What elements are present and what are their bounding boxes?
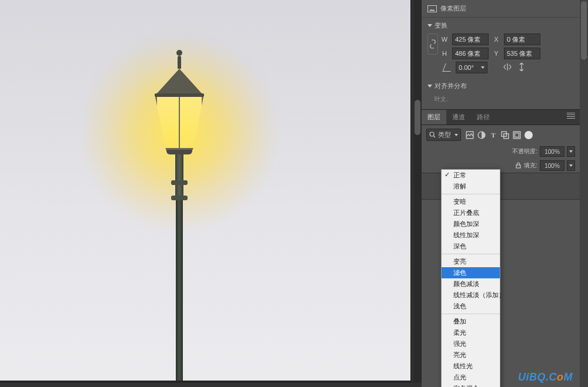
blend-mode-item[interactable]: 浅色 xyxy=(442,301,500,312)
transform-controls: W X H Y 0.00° xyxy=(422,33,580,78)
svg-rect-6 xyxy=(515,133,519,137)
blend-mode-item[interactable]: 柔光 xyxy=(442,327,500,338)
y-label: Y xyxy=(492,50,500,57)
angle-icon xyxy=(442,63,453,72)
canvas-vertical-scrollbar[interactable] xyxy=(413,0,422,383)
blend-mode-item[interactable]: 点光 xyxy=(442,372,500,383)
opacity-label: 不透明度: xyxy=(512,147,537,156)
align-title: 对齐并分布 xyxy=(435,82,467,90)
fill-value[interactable]: 100% xyxy=(540,160,564,171)
lock-all-icon[interactable] xyxy=(515,162,522,170)
x-input[interactable] xyxy=(504,33,540,45)
properties-panel: 像素图层 xyxy=(422,0,580,18)
pixel-layer-label: 像素图层 xyxy=(440,4,466,13)
blend-mode-item[interactable]: 深色 xyxy=(442,241,500,252)
height-label: H xyxy=(440,50,449,57)
blend-mode-item[interactable]: 线性减淡（添加） xyxy=(442,290,500,301)
blend-mode-item[interactable]: 溶解 xyxy=(442,181,500,192)
blend-mode-item[interactable]: 滤色 xyxy=(442,267,500,278)
blend-mode-item[interactable]: 线性加深 xyxy=(442,230,500,241)
layers-panel-tabs: 图层 通道 路径 xyxy=(422,109,580,125)
transform-section-header[interactable]: 变换 xyxy=(422,18,580,33)
height-input[interactable] xyxy=(452,48,489,59)
menu-separator xyxy=(442,254,500,254)
blend-mode-item[interactable]: 颜色减淡 xyxy=(442,278,500,290)
filter-shape-icon[interactable] xyxy=(501,131,509,139)
panel-vertical-scrollbar[interactable] xyxy=(580,0,588,387)
tab-layers[interactable]: 图层 xyxy=(422,110,446,124)
x-label: X xyxy=(492,36,500,43)
width-label: W xyxy=(440,36,449,43)
watermark: UiBQ.CoM xyxy=(518,371,573,383)
blend-mode-item[interactable]: 变亮 xyxy=(442,256,500,267)
document-canvas[interactable] xyxy=(0,0,410,381)
tab-channels[interactable]: 通道 xyxy=(446,110,471,124)
right-panel: 像素图层 变换 W X H xyxy=(422,0,588,387)
opacity-dropdown[interactable] xyxy=(567,146,575,157)
blend-mode-item[interactable]: 叠加 xyxy=(442,316,500,327)
chevron-down-icon xyxy=(427,24,432,27)
blend-mode-item[interactable]: 线性光 xyxy=(442,361,500,372)
link-dimensions-button[interactable] xyxy=(427,33,438,55)
flip-vertical-button[interactable] xyxy=(517,63,526,72)
blend-mode-item[interactable]: 颜色加深 xyxy=(442,218,500,230)
blend-mode-item[interactable]: 变暗 xyxy=(442,196,500,207)
width-input[interactable] xyxy=(452,33,489,45)
filter-pixel-icon[interactable] xyxy=(466,131,474,139)
blend-mode-item[interactable]: 正常 xyxy=(442,170,500,181)
scrollbar-thumb[interactable] xyxy=(415,100,420,135)
fill-label: 填充: xyxy=(524,161,537,170)
blend-mode-item[interactable]: 强光 xyxy=(442,338,500,349)
svg-point-0 xyxy=(430,132,434,136)
filter-smartobject-icon[interactable] xyxy=(513,131,521,139)
align-subtext: 叶文. xyxy=(422,94,580,109)
blend-mode-dropdown: 正常溶解变暗正片叠底颜色加深线性加深深色变亮滤色颜色减淡线性减淡（添加）浅色叠加… xyxy=(441,169,500,387)
menu-separator xyxy=(442,194,500,194)
rotation-input[interactable]: 0.00° xyxy=(456,62,487,73)
opacity-value[interactable]: 100% xyxy=(540,146,564,157)
layer-type-filter[interactable]: 类型 xyxy=(426,129,461,141)
pixel-layer-icon xyxy=(427,5,437,12)
fill-dropdown[interactable] xyxy=(567,160,575,171)
filter-type-icon[interactable]: T xyxy=(489,131,497,139)
menu-separator xyxy=(442,314,500,314)
panel-menu-button[interactable] xyxy=(562,110,580,124)
svg-rect-7 xyxy=(516,165,520,168)
chevron-down-icon xyxy=(427,85,432,88)
blend-mode-item[interactable]: 实色混合 xyxy=(442,383,500,387)
blend-mode-item[interactable]: 亮光 xyxy=(442,349,500,361)
filter-toggle-dot[interactable] xyxy=(524,131,533,139)
y-input[interactable] xyxy=(504,48,540,59)
streetlamp-graphic xyxy=(141,50,218,381)
flip-horizontal-button[interactable] xyxy=(503,63,512,72)
tab-paths[interactable]: 路径 xyxy=(471,110,496,124)
canvas-area xyxy=(0,0,412,383)
filter-adjustment-icon[interactable] xyxy=(477,131,486,139)
blend-mode-item[interactable]: 正片叠底 xyxy=(442,207,500,218)
layer-filter-row: 类型 T xyxy=(422,125,580,144)
transform-title: 变换 xyxy=(435,21,447,30)
align-section-header[interactable]: 对齐并分布 xyxy=(422,78,580,94)
